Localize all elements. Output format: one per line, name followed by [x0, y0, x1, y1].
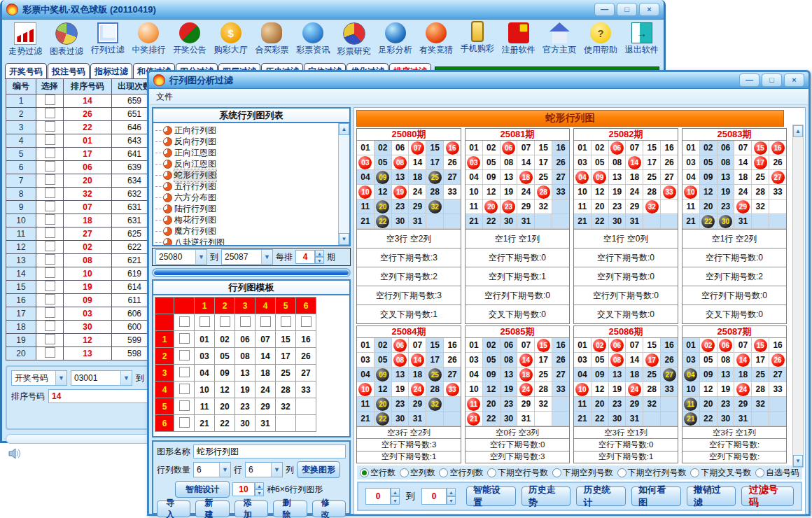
dialog-close-button[interactable]: × — [784, 74, 804, 87]
radio-下期空列号数[interactable]: 下期空列号数 — [552, 467, 613, 479]
toolbar-item-register[interactable]: 注册软件 — [498, 21, 539, 56]
list-item-正向行列图[interactable]: 正向行列图 — [155, 125, 339, 136]
row-count-select[interactable]: 6 ▼ — [193, 462, 231, 477]
spin-down-icon[interactable]: ▼ — [255, 489, 264, 496]
checkbox[interactable] — [179, 316, 190, 327]
tab-开奖号码[interactable]: 开奖号码 — [5, 63, 47, 79]
checkbox[interactable] — [260, 316, 271, 327]
checkbox[interactable] — [45, 201, 55, 211]
checkbox[interactable] — [240, 316, 251, 327]
toolbar-item-cube[interactable]: 行列过滤 — [87, 21, 128, 56]
button-如何看图[interactable]: 如何看图 — [631, 486, 681, 506]
list-item-梅花行列图[interactable]: 梅花行列图 — [155, 214, 339, 225]
radio-空列数[interactable]: 空列数 — [400, 467, 435, 479]
from-period-select[interactable]: 03001 ▼ — [71, 370, 132, 386]
scroll-up-icon[interactable]: ▲ — [339, 123, 349, 135]
list-item-魔方行列图[interactable]: 魔方行列图 — [155, 225, 339, 237]
maximize-button[interactable]: □ — [617, 3, 637, 16]
toolbar-item-home[interactable]: 官方主页 — [539, 21, 580, 56]
checkbox[interactable] — [179, 384, 190, 394]
button-历史走势[interactable]: 历史走势 — [522, 486, 571, 506]
spin-down-icon[interactable]: ▼ — [447, 496, 456, 505]
chart-name-input[interactable] — [193, 444, 346, 458]
checkbox[interactable] — [301, 316, 312, 327]
spin-down-icon[interactable]: ▼ — [391, 496, 400, 505]
toolbar-item-help[interactable]: ?使用帮助 — [580, 21, 622, 56]
radio-自选号码[interactable]: 自选号码 — [755, 467, 799, 479]
toolbar-item-trend[interactable]: 走势过滤 — [5, 21, 46, 57]
button-历史统计[interactable]: 历史统计 — [576, 486, 626, 506]
checkbox[interactable] — [45, 134, 55, 145]
toolbar-item-phone[interactable]: 手机购彩 — [457, 21, 498, 55]
toolbar-item-balloon[interactable]: 中奖排行 — [128, 21, 169, 56]
checkbox[interactable] — [179, 417, 190, 428]
close-button[interactable]: × — [639, 3, 659, 16]
speaker-icon[interactable] — [8, 448, 22, 459]
list-item-反向江恩图[interactable]: 反向江恩图 — [155, 158, 339, 169]
list-item-反向行列图[interactable]: 反向行列图 — [155, 136, 339, 147]
list-item-六方分布图[interactable]: 六方分布图 — [155, 192, 339, 203]
toolbar-item-research[interactable]: 彩票研究 — [334, 21, 375, 57]
checkbox[interactable] — [281, 316, 291, 327]
list-item-八卦逆行列图[interactable]: 八卦逆行列图 — [155, 237, 339, 245]
toolbar-item-coin[interactable]: $购彩大厅 — [210, 21, 251, 56]
scroll-up-icon[interactable]: ▲ — [793, 125, 803, 137]
per-row-stepper[interactable]: 4 ▲▼ — [295, 250, 324, 264]
radio-空行列数[interactable]: 空行列数 — [439, 467, 483, 479]
checkbox[interactable] — [45, 174, 55, 185]
scroll-down-icon[interactable]: ▼ — [339, 233, 349, 245]
checkbox[interactable] — [45, 267, 55, 278]
checkbox[interactable] — [45, 227, 55, 238]
radio-下期空行列号数[interactable]: 下期空行列号数 — [617, 467, 687, 479]
range-to-select[interactable]: 25087 ▼ — [221, 249, 273, 265]
checkbox[interactable] — [45, 254, 55, 265]
minimize-button[interactable]: — — [594, 3, 615, 16]
button-过滤号码[interactable]: 过滤号码 — [741, 486, 794, 506]
checkbox[interactable] — [179, 350, 190, 360]
checkbox[interactable] — [45, 347, 55, 358]
radio-下期交叉号数[interactable]: 下期交叉号数 — [690, 467, 751, 479]
checkbox[interactable] — [45, 307, 55, 318]
spin-up-icon[interactable]: ▲ — [315, 250, 324, 257]
button-智能设置[interactable]: 智能设置 — [466, 486, 516, 506]
spin-up-icon[interactable]: ▲ — [447, 488, 456, 496]
button-导入[interactable]: 导入 — [157, 500, 190, 517]
scroll-down-icon[interactable]: ▼ — [793, 455, 803, 467]
radio-下期空行号数[interactable]: 下期空行号数 — [487, 467, 548, 479]
button-修改[interactable]: 修改 — [312, 500, 346, 517]
list-item-正向江恩图[interactable]: 正向江恩图 — [155, 147, 339, 158]
tab-投注号码[interactable]: 投注号码 — [48, 63, 90, 79]
toolbar-item-announce[interactable]: 开奖公告 — [169, 21, 211, 56]
checkbox[interactable] — [45, 121, 55, 132]
button-撤销过滤[interactable]: 撤销过滤 — [687, 486, 736, 506]
col-count-select[interactable]: 6 ▼ — [245, 462, 283, 477]
checkbox[interactable] — [179, 333, 190, 344]
button-删除[interactable]: 删除 — [273, 500, 307, 517]
checkbox[interactable] — [45, 108, 55, 118]
dialog-maximize-button[interactable]: □ — [762, 74, 782, 87]
spin-up-icon[interactable]: ▲ — [391, 488, 400, 496]
draw-type-select[interactable]: 开奖号码 ▼ — [11, 370, 67, 386]
toolbar-item-globe[interactable]: 彩票资讯 — [293, 21, 334, 56]
toolbar-item-pie[interactable]: 图表过滤 — [46, 21, 88, 57]
toolbar-item-people[interactable]: 合买彩票 — [251, 21, 293, 56]
checkbox[interactable] — [45, 241, 55, 251]
checkbox[interactable] — [45, 334, 55, 344]
checkbox[interactable] — [220, 316, 230, 327]
toolbar-item-soccer[interactable]: 足彩分析 — [374, 21, 416, 56]
checkbox[interactable] — [200, 316, 210, 327]
radio-空行数[interactable]: 空行数 — [360, 467, 396, 479]
checkbox[interactable] — [179, 367, 190, 377]
transform-chart-button[interactable]: 变换图形 — [297, 461, 340, 478]
checkbox[interactable] — [45, 94, 55, 105]
toolbar-item-exit[interactable]: →退出软件 — [621, 21, 662, 56]
button-新建[interactable]: 新建 — [195, 500, 229, 517]
menu-file[interactable]: 文件 — [156, 91, 173, 103]
list-scrollbar[interactable]: ▲ ▼ — [338, 123, 349, 245]
toolbar-item-quiz[interactable]: 有奖竞猜 — [416, 21, 457, 56]
filter-from-stepper[interactable]: 0 ▲▼ — [365, 488, 400, 505]
panels-scrollbar[interactable]: ▲ ▼ — [792, 125, 804, 468]
design-count-stepper[interactable]: 10 ▲▼ — [232, 482, 264, 496]
list-item-五行行列图[interactable]: 五行行列图 — [155, 181, 339, 192]
checkbox[interactable] — [179, 400, 190, 411]
